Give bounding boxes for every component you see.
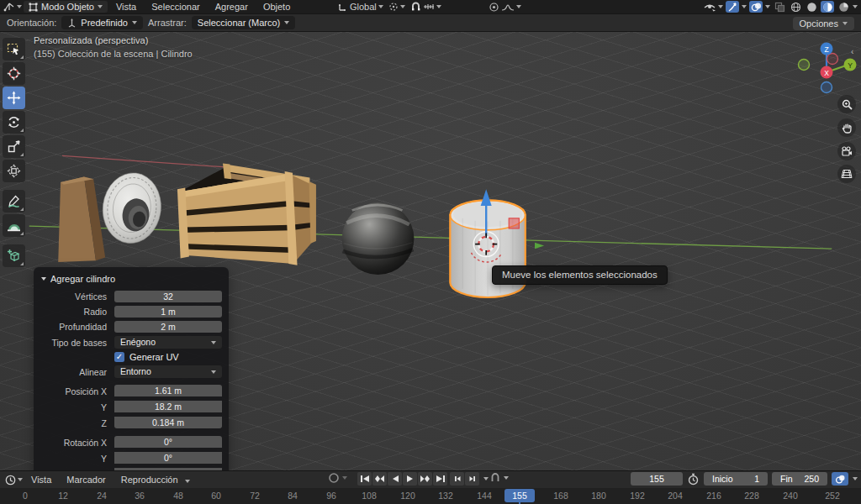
orientation-value: Global <box>350 2 377 12</box>
timeline-menu-marcador[interactable]: Marcador <box>60 475 112 485</box>
tool-measure[interactable] <box>3 214 25 237</box>
show-gizmos-toggle[interactable] <box>726 1 739 13</box>
tool-cursor[interactable] <box>3 62 25 85</box>
pivot-icon <box>388 2 399 12</box>
sidebar-toggle-arrow[interactable]: ‹ <box>851 47 853 56</box>
tool-move-selected[interactable] <box>3 87 25 109</box>
xray-toggle[interactable] <box>773 1 786 13</box>
auto-keying-toggle[interactable] <box>328 472 347 484</box>
snap-toggle-group[interactable] <box>410 1 441 13</box>
shading-wireframe-button[interactable] <box>789 1 802 13</box>
shading-rendered-button[interactable] <box>837 1 850 13</box>
panel-collapse-icon <box>41 277 46 281</box>
next-keyframe-button[interactable] <box>418 472 432 486</box>
gizmo-axis-neg-z[interactable] <box>821 82 832 93</box>
tool-annotate[interactable] <box>3 190 25 213</box>
mode-selector[interactable]: Modo Objeto <box>24 1 108 13</box>
timeline-ruler[interactable]: 0 12 24 36 48 60 72 84 96 108 120 132 14… <box>0 488 861 504</box>
chevron-down-icon[interactable] <box>742 5 747 8</box>
panel-header[interactable]: Agregar cilindro <box>34 272 222 291</box>
gizmo-plane-handle-x[interactable] <box>509 218 519 228</box>
show-object-types-dropdown[interactable] <box>704 1 723 13</box>
rendered-shading-icon <box>838 2 849 13</box>
ruler-tick: 180 <box>587 491 610 501</box>
gizmo-axis-neg-y[interactable] <box>799 60 810 71</box>
ruler-tick: 144 <box>473 491 496 501</box>
orientation-preset-dropdown[interactable]: Predefinido <box>61 16 143 29</box>
jump-to-end-button[interactable] <box>433 472 447 486</box>
pos-y-field[interactable]: 18.2 m <box>114 401 222 412</box>
keying-set-controls[interactable] <box>489 472 509 483</box>
scene-object-sphere[interactable] <box>342 202 415 275</box>
prev-keyframe-button[interactable] <box>372 472 387 486</box>
playback-sync-toggle[interactable] <box>832 472 848 486</box>
playhead-current-frame[interactable]: 155 <box>504 489 535 502</box>
orthographic-toggle-button[interactable] <box>837 165 856 183</box>
chevron-down-icon[interactable] <box>765 5 770 8</box>
camera-view-button[interactable] <box>837 142 856 160</box>
cap-fill-dropdown[interactable]: Enégono <box>114 336 222 349</box>
tool-add-primitive[interactable] <box>3 244 25 267</box>
scene-object-tire[interactable] <box>99 170 166 247</box>
start-frame-field[interactable]: Inicio 1 <box>704 472 768 486</box>
current-frame-field[interactable]: 155 <box>631 472 683 486</box>
menu-objeto[interactable]: Objeto <box>256 0 297 13</box>
menu-agregar[interactable]: Agregar <box>209 0 255 13</box>
gizmo-axis-x[interactable]: X <box>821 66 833 79</box>
tool-select-box[interactable] <box>3 38 25 60</box>
tool-scale[interactable] <box>3 135 25 158</box>
gizmo-axis-y[interactable]: Y <box>844 59 857 71</box>
drag-mode-dropdown[interactable]: Seleccionar (Marco) <box>192 16 295 29</box>
pos-x-field[interactable]: 1.61 m <box>114 385 222 396</box>
gizmo-arrow-y[interactable] <box>535 243 544 249</box>
scene-object-crate[interactable] <box>177 164 316 265</box>
shading-material-button[interactable] <box>821 1 834 13</box>
rot-x-field[interactable]: 0° <box>114 436 222 448</box>
proportional-edit-group[interactable] <box>489 1 521 13</box>
start-value: 1 <box>754 474 759 484</box>
menu-vista[interactable]: Vista <box>109 0 143 13</box>
depth-field[interactable]: 2 m <box>114 321 222 333</box>
navigation-gizmo[interactable]: Z Y X <box>790 34 861 101</box>
magnifier-zoom-icon <box>842 99 853 110</box>
show-overlays-toggle[interactable] <box>749 1 763 13</box>
chevron-down-icon[interactable] <box>853 477 858 480</box>
cursor-tool-icon <box>7 66 21 81</box>
gizmo-axis-neg-x[interactable] <box>827 54 838 65</box>
scene-object-wedge[interactable] <box>58 176 105 262</box>
chevron-down-icon[interactable] <box>483 477 489 480</box>
viewport-header-text: Personalizada (perspectiva) (155) Colecc… <box>34 35 193 59</box>
stopwatch-icon[interactable] <box>687 473 700 486</box>
timeline-editor-type-button[interactable] <box>5 474 23 486</box>
pos-z-field[interactable]: 0.184 m <box>114 417 222 428</box>
record-circle-icon <box>328 472 340 484</box>
end-frame-field[interactable]: Fin 250 <box>772 472 827 486</box>
chevron-down-icon[interactable] <box>853 5 858 8</box>
rot-x-label: Rotación X <box>34 438 114 448</box>
timeline-menu-vista[interactable]: Vista <box>24 475 58 485</box>
timeline-menu-reproduccion[interactable]: Reproducción <box>114 475 197 485</box>
next-frame-button[interactable] <box>465 472 479 486</box>
vertices-field[interactable]: 32 <box>114 291 222 302</box>
pan-view-button[interactable] <box>837 118 856 137</box>
play-reverse-button[interactable] <box>388 472 402 486</box>
shading-solid-button[interactable] <box>805 1 818 13</box>
top-menu-bar: Modo Objeto Vista Seleccionar Agregar Ob… <box>0 0 861 13</box>
zoom-view-button[interactable] <box>837 95 856 113</box>
tool-rotate[interactable] <box>3 111 25 134</box>
pivot-point-dropdown[interactable] <box>388 1 405 13</box>
rot-y-field[interactable]: 0° <box>114 452 222 464</box>
play-button[interactable] <box>403 472 417 486</box>
generate-uv-checkbox-row[interactable]: ✓ Generar UV <box>114 352 222 362</box>
editor-type-button[interactable] <box>3 1 22 13</box>
jump-to-start-button[interactable] <box>357 472 372 486</box>
options-button[interactable]: Opciones <box>793 17 854 30</box>
gizmo-axis-z[interactable]: Z <box>821 43 833 55</box>
tool-transform[interactable] <box>3 160 25 182</box>
radius-field[interactable]: 1 m <box>114 306 222 318</box>
menu-seleccionar[interactable]: Seleccionar <box>145 0 206 13</box>
transform-orientation-dropdown[interactable]: Global <box>338 1 383 13</box>
align-dropdown[interactable]: Entorno <box>114 365 222 378</box>
prev-frame-button[interactable] <box>450 472 464 486</box>
checkbox-checked-icon[interactable]: ✓ <box>114 352 124 362</box>
